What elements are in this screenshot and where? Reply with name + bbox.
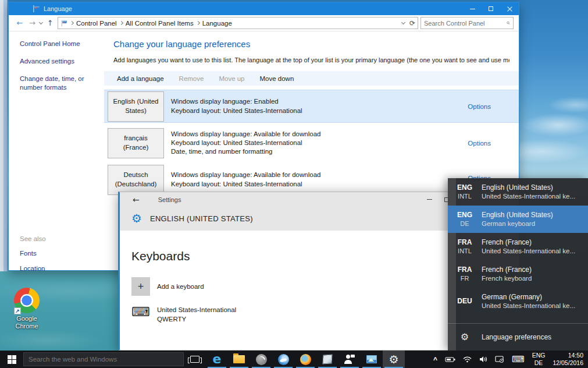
add-keyboard-label: Add a keyboard (157, 283, 204, 290)
breadcrumb-language[interactable]: Language (202, 20, 232, 27)
input-indicator[interactable]: ENG DE (532, 352, 546, 367)
popup-item-fra-intl[interactable]: FRA INTL French (France) United States-I… (448, 233, 588, 260)
popup-language-name: German (Germany) (482, 292, 575, 302)
back-button[interactable]: ← (133, 195, 140, 204)
minimize-icon (427, 199, 432, 200)
address-bar[interactable]: Control Panel All Control Panel Items La… (58, 17, 418, 29)
history-dropdown-icon[interactable] (39, 20, 43, 24)
settings-window: ← Settings ⚙ ENGLISH (UNITED STATES) Key… (118, 192, 456, 351)
gear-icon: ⚙ (389, 354, 398, 365)
move-down-button[interactable]: Move down (260, 75, 294, 82)
speaker-icon[interactable] (479, 356, 487, 363)
keyboard-code: INTL (448, 247, 482, 255)
language-flag-icon (32, 5, 40, 13)
edge-button[interactable]: e (206, 351, 228, 368)
settings-titlebar[interactable]: ← Settings (120, 192, 455, 207)
language-detail-line: Keyboard layout: United States-Internati… (171, 139, 320, 147)
sidebar-item-home[interactable]: Control Panel Home (20, 40, 95, 48)
popup-item-deu[interactable]: DEU German (Germany) United States-Inter… (448, 288, 588, 315)
clock[interactable]: 14:50 12/05/2016 (553, 352, 583, 367)
chrome-desktop-shortcut[interactable]: ↗ Google Chrome (5, 288, 49, 330)
sidebar-item-advanced-settings[interactable]: Advanced settings (20, 57, 95, 66)
add-keyboard-button[interactable]: + Add a keyboard (131, 277, 455, 296)
touch-keyboard-icon[interactable]: ⌨ (512, 355, 525, 364)
refresh-icon[interactable]: ⟳ (409, 19, 415, 27)
language-code: FRA (448, 238, 482, 247)
taskbar-search[interactable] (23, 352, 184, 366)
tray-chevron-up-icon[interactable]: ^ (433, 356, 437, 364)
crumb-separator-icon (70, 21, 74, 25)
notes-app-button[interactable] (316, 351, 338, 368)
taskbar-search-input[interactable] (28, 356, 179, 363)
address-dropdown-icon[interactable] (401, 20, 405, 24)
move-up-button: Move up (219, 75, 244, 82)
keyboard-code: INTL (448, 192, 482, 200)
task-view-button[interactable] (184, 351, 206, 368)
language-tile[interactable]: français (France) (108, 128, 164, 158)
language-detail-line: Windows display language: Enabled (171, 97, 302, 106)
popup-keyboard-name: United States-International ke... (482, 192, 575, 201)
keyboard-icon: ⌨ (131, 306, 150, 319)
minimize-icon (470, 9, 475, 9)
language-detail-line: Windows display language: Available for … (171, 130, 320, 139)
popup-item-fra-fr[interactable]: FRA FR French (France) French keyboard (448, 260, 588, 288)
firefox-icon (300, 354, 311, 365)
keyboard-name: United States-International (157, 306, 236, 315)
page-description: Add languages you want to use to this li… (113, 56, 509, 63)
keyboard-list-item[interactable]: ⌨ United States-International QWERTY (131, 306, 455, 324)
maximize-button[interactable] (482, 2, 500, 15)
thunderbird-button[interactable] (272, 351, 294, 368)
language-row-english[interactable]: English (United States) Windows display … (104, 90, 519, 123)
language-detail-line: Keyboard layout: United States-Internati… (171, 107, 302, 115)
crumb-separator-icon (196, 21, 200, 25)
sidebar-item-location[interactable]: Location (20, 264, 95, 273)
language-preferences-button[interactable]: ⚙ Language preferences (448, 324, 588, 350)
control-panel-search[interactable] (420, 17, 514, 29)
popup-language-name: French (France) (482, 265, 532, 274)
close-button[interactable] (500, 2, 519, 15)
language-row-french[interactable]: français (France) Windows display langua… (104, 126, 519, 160)
battery-icon[interactable] (445, 356, 455, 363)
file-explorer-button[interactable] (228, 351, 250, 368)
popup-item-eng-intl[interactable]: ENG INTL English (United States) United … (448, 178, 588, 206)
language-tile[interactable]: English (United States) (108, 91, 164, 122)
firefox-button[interactable] (294, 351, 316, 368)
options-link[interactable]: Options (468, 103, 491, 110)
breadcrumb-control-panel[interactable]: Control Panel (76, 20, 117, 27)
start-button[interactable] (0, 351, 23, 368)
wifi-icon[interactable] (463, 356, 472, 363)
back-button[interactable]: ← (15, 19, 25, 27)
gray-browser-button[interactable] (250, 351, 272, 368)
photos-app-button[interactable] (361, 351, 383, 368)
system-tray: ^ ⌨ ENG DE 14:50 12/05/201 (433, 351, 588, 368)
settings-app-button[interactable]: ⚙ (383, 351, 405, 368)
forward-button[interactable]: → (27, 19, 38, 27)
sidebar-item-fonts[interactable]: Fonts (20, 249, 95, 258)
window-title: Language (44, 5, 72, 12)
search-input[interactable] (424, 20, 507, 27)
page-title: Change your language preferences (113, 39, 519, 49)
add-language-button[interactable]: Add a language (117, 75, 164, 82)
people-app-button[interactable] (338, 351, 361, 368)
minimize-button[interactable] (420, 192, 438, 207)
gray-circle-app-icon (256, 354, 267, 365)
titlebar[interactable]: Language (9, 2, 519, 15)
popup-item-eng-de-selected[interactable]: ENG DE English (United States) German ke… (448, 206, 588, 233)
sidebar-item-change-formats[interactable]: Change date, time, or number formats (20, 75, 95, 92)
chrome-icon: ↗ (14, 288, 40, 313)
language-detail-line: Keyboard layout: United States-Internati… (171, 180, 320, 189)
language-code: FRA (448, 266, 482, 275)
language-code: ENG (448, 183, 482, 193)
language-tile[interactable]: Deutsch (Deutschland) (108, 165, 164, 195)
notification-icon[interactable] (495, 356, 504, 363)
settings-window-title: Settings (158, 196, 181, 203)
minimize-button[interactable] (463, 2, 482, 15)
notes-app-icon (322, 354, 332, 364)
chrome-shortcut-label: Google Chrome (5, 315, 49, 330)
options-link[interactable]: Options (468, 140, 491, 147)
background-window-edge (0, 0, 8, 271)
taskbar: e ⚙ ^ ⌨ ENG (0, 351, 588, 368)
people-icon (344, 355, 355, 364)
up-button[interactable]: ↑ (45, 19, 55, 27)
breadcrumb-all-items[interactable]: All Control Panel Items (126, 20, 194, 27)
